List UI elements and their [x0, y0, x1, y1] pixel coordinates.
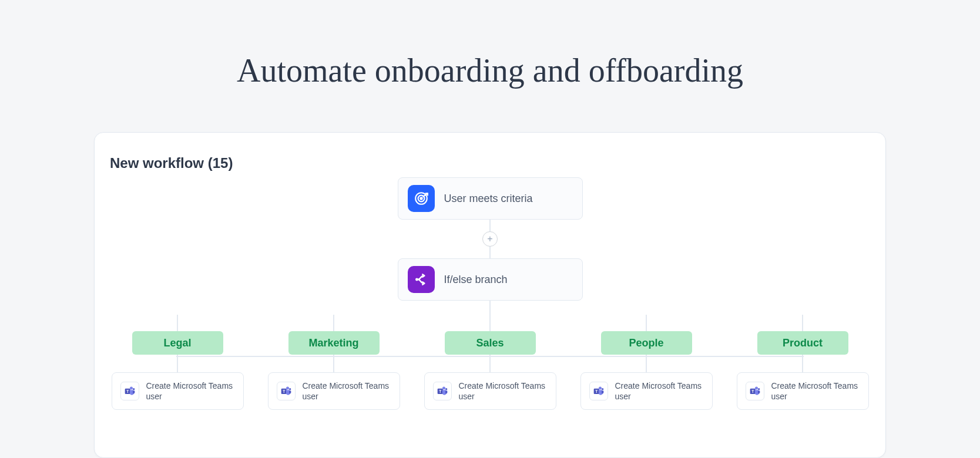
branch-label-product[interactable]: Product	[757, 331, 848, 355]
page-title: Automate onboarding and offboarding	[0, 0, 980, 89]
branch-label-sales[interactable]: Sales	[445, 331, 536, 355]
svg-text:T: T	[751, 389, 754, 393]
workflow-title: New workflow (15)	[110, 155, 870, 171]
svg-point-19	[602, 388, 603, 390]
svg-point-14	[442, 387, 445, 390]
connector-line	[802, 355, 803, 372]
connector-line	[489, 247, 491, 258]
branch-node-label: If/else branch	[444, 274, 508, 286]
svg-text:T: T	[595, 389, 598, 393]
branch-people: People T Create Microsoft Teams use	[579, 315, 714, 410]
branch-sales: Sales T Create Microsoft Teams user	[422, 315, 558, 410]
center-column: User meets criteria + If/else branch	[110, 177, 870, 315]
action-label: Create Microsoft Teams user	[615, 380, 704, 402]
connector-line	[333, 315, 334, 331]
connector-line	[177, 355, 178, 372]
svg-point-22	[755, 387, 758, 390]
connector-line	[333, 355, 334, 372]
action-label: Create Microsoft Teams user	[459, 380, 548, 402]
connector-line	[802, 315, 803, 331]
svg-text:T: T	[126, 389, 129, 393]
svg-text:T: T	[283, 389, 285, 393]
action-label: Create Microsoft Teams user	[303, 380, 391, 402]
branch-marketing: Marketing T Create Microsoft Teams	[266, 315, 401, 410]
action-node[interactable]: T Create Microsoft Teams user	[268, 372, 400, 410]
teams-icon: T	[433, 382, 452, 400]
svg-point-18	[599, 387, 602, 390]
add-step-button[interactable]: +	[482, 231, 498, 247]
workflow-card: New workflow (15) User meets criteria	[94, 132, 886, 458]
action-node[interactable]: T Create Microsoft Teams user	[112, 372, 244, 410]
branches-row: Legal T Create Microsoft Teams user	[110, 315, 870, 410]
connector-line	[646, 355, 647, 372]
branch-label-marketing[interactable]: Marketing	[288, 331, 380, 355]
branch-icon	[408, 266, 435, 293]
svg-point-2	[420, 197, 422, 199]
connector-line	[489, 301, 491, 315]
teams-icon: T	[589, 382, 608, 400]
action-node[interactable]: T Create Microsoft Teams user	[737, 372, 869, 410]
svg-point-10	[286, 387, 289, 390]
trigger-node-label: User meets criteria	[444, 193, 533, 205]
trigger-node[interactable]: User meets criteria	[398, 177, 583, 220]
teams-icon: T	[120, 382, 139, 400]
svg-point-23	[758, 388, 760, 390]
action-label: Create Microsoft Teams user	[771, 380, 860, 402]
svg-text:T: T	[439, 389, 441, 393]
svg-point-15	[445, 388, 447, 390]
branch-label-legal[interactable]: Legal	[132, 331, 223, 355]
target-icon	[408, 185, 435, 212]
workflow-flow: User meets criteria + If/else branch	[110, 177, 870, 410]
teams-icon: T	[746, 382, 764, 400]
svg-point-6	[130, 387, 133, 390]
branch-label-people[interactable]: People	[601, 331, 692, 355]
branch-legal: Legal T Create Microsoft Teams user	[110, 315, 245, 410]
connector-line	[177, 315, 178, 331]
action-node[interactable]: T Create Microsoft Teams user	[580, 372, 713, 410]
branch-product: Product T Create Microsoft Teams us	[735, 315, 870, 410]
branch-node[interactable]: If/else branch	[398, 258, 583, 301]
connector-line	[489, 315, 491, 331]
connector-line	[646, 315, 647, 331]
teams-icon: T	[277, 382, 296, 400]
action-node[interactable]: T Create Microsoft Teams user	[424, 372, 556, 410]
svg-point-11	[289, 388, 291, 390]
connector-line	[489, 220, 491, 231]
connector-line	[489, 355, 491, 372]
action-label: Create Microsoft Teams user	[146, 380, 235, 402]
svg-point-7	[133, 388, 135, 390]
